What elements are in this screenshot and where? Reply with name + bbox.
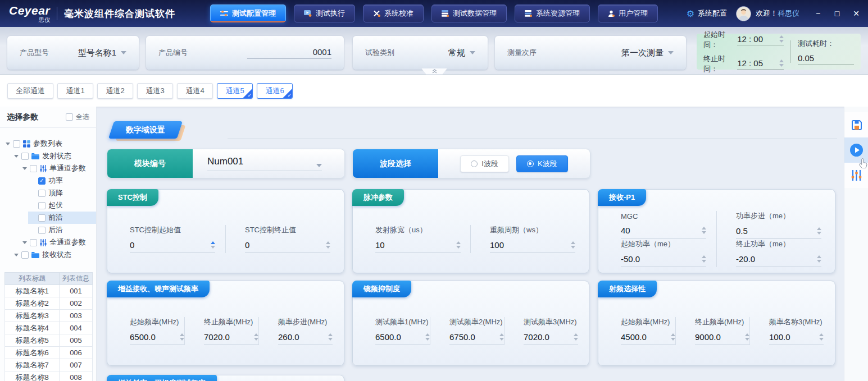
field-stepper[interactable] xyxy=(425,333,430,341)
avatar[interactable] xyxy=(736,6,751,21)
field-stepper[interactable] xyxy=(328,333,333,341)
field-input[interactable]: 6500.0 xyxy=(375,332,430,345)
field-input[interactable]: 0.5 xyxy=(736,226,821,239)
field-input[interactable]: 0 xyxy=(245,240,330,253)
tree-expander-icon[interactable] xyxy=(14,155,19,158)
tree-checkbox[interactable] xyxy=(21,251,29,259)
channel-tab-1[interactable]: 通道1✓ xyxy=(57,83,93,99)
product-number-input[interactable]: 0001 xyxy=(247,47,331,59)
tree-item-2[interactable]: 单通道参数 xyxy=(0,162,96,175)
end-time-stepper[interactable] xyxy=(779,59,784,67)
field-stepper[interactable] xyxy=(326,241,330,249)
tree-checkbox[interactable] xyxy=(21,153,29,160)
band-option-0[interactable]: I波段 xyxy=(460,155,509,172)
run-button[interactable] xyxy=(844,137,868,163)
field-stepper[interactable] xyxy=(817,255,821,263)
tree-checkbox[interactable] xyxy=(38,214,46,222)
tree-item-3[interactable]: ✓功率 xyxy=(0,175,96,187)
tree-checkbox[interactable]: ✓ xyxy=(38,177,46,185)
tree-checkbox[interactable] xyxy=(13,140,20,148)
save-button[interactable] xyxy=(844,112,868,137)
tree-item-7[interactable]: 后沿 xyxy=(0,224,96,236)
tree-item-1[interactable]: 发射状态 xyxy=(0,150,96,162)
field-stepper[interactable] xyxy=(211,241,215,249)
tree-checkbox[interactable] xyxy=(30,239,37,246)
field-input[interactable]: -20.0 xyxy=(736,254,821,267)
start-time-value[interactable]: 12 : 00 xyxy=(737,34,763,44)
field-input[interactable]: 40 xyxy=(621,226,706,238)
field-input[interactable]: 6750.0 xyxy=(449,332,504,345)
module-number-select[interactable]: Num001 xyxy=(207,156,322,171)
field-input[interactable]: 7020.0 xyxy=(524,332,578,345)
table-row[interactable]: 标题名称5005 xyxy=(5,334,93,347)
field-stepper[interactable] xyxy=(499,333,504,341)
channel-tab-6[interactable]: 通道6✓ xyxy=(257,83,293,99)
field-stepper[interactable] xyxy=(671,333,675,341)
end-time-value[interactable]: 12 : 05 xyxy=(737,58,763,68)
tree-checkbox[interactable] xyxy=(38,227,46,234)
select-all-checkbox[interactable]: 全选 xyxy=(66,112,89,122)
field-input[interactable]: -50.0 xyxy=(621,254,706,267)
tree-item-5[interactable]: 起伏 xyxy=(0,199,96,212)
tree-item-0[interactable]: 参数列表 xyxy=(0,137,96,150)
tree-item-8[interactable]: 全通道参数 xyxy=(0,236,96,249)
nav-tab-3[interactable]: 测试数据管理 xyxy=(431,4,507,22)
field-input[interactable]: 100.0 xyxy=(769,332,824,345)
field-stepper[interactable] xyxy=(745,333,749,341)
field-stepper[interactable] xyxy=(254,333,258,341)
tree-expander-icon[interactable] xyxy=(22,241,27,244)
system-config-button[interactable]: ⚙ 系统配置 xyxy=(687,8,727,19)
nav-tab-4[interactable]: 系统资源管理 xyxy=(515,4,590,22)
field-stepper[interactable] xyxy=(456,241,461,249)
tree-checkbox[interactable] xyxy=(30,165,37,172)
tree-expander-icon[interactable] xyxy=(6,143,10,145)
table-row[interactable]: 标题名称8008 xyxy=(5,371,93,381)
field-input[interactable]: 100 xyxy=(490,240,575,253)
field-stepper[interactable] xyxy=(819,333,824,341)
field-input[interactable]: 0 xyxy=(130,240,215,253)
field-stepper[interactable] xyxy=(817,227,821,235)
nav-tab-2[interactable]: 系统校准 xyxy=(363,4,424,22)
nav-tab-0[interactable]: 测试配置管理 xyxy=(210,4,286,22)
field-stepper[interactable] xyxy=(574,333,578,341)
band-option-1[interactable]: K波段 xyxy=(516,155,568,172)
tree-item-9[interactable]: 接收状态 xyxy=(0,249,96,261)
channel-tab-0[interactable]: 全部通道✓ xyxy=(7,83,53,99)
collapse-filters-button[interactable] xyxy=(421,68,447,75)
channel-tab-5[interactable]: 通道5✓ xyxy=(217,83,253,99)
channel-tab-2[interactable]: 通道2✓ xyxy=(97,83,133,99)
nav-tab-5[interactable]: 用户管理 xyxy=(598,4,658,22)
start-time-stepper[interactable] xyxy=(779,35,784,43)
field-stepper[interactable] xyxy=(571,241,575,249)
tree-checkbox[interactable] xyxy=(38,202,46,209)
field-stepper[interactable] xyxy=(702,227,706,234)
test-category-select[interactable]: 常规 xyxy=(448,48,475,58)
tree-item-4[interactable]: 顶降 xyxy=(0,187,96,199)
close-button[interactable]: ✕ xyxy=(852,9,860,18)
measure-order-select[interactable]: 第一次测量 xyxy=(621,48,674,58)
table-row[interactable]: 标题名称6006 xyxy=(5,347,93,359)
tree-item-6[interactable]: 前沿 xyxy=(0,212,96,224)
tree-expander-icon[interactable] xyxy=(22,167,27,170)
table-row[interactable]: 标题名称7007 xyxy=(5,359,93,371)
field-input[interactable]: 6500.0 xyxy=(130,332,184,345)
field-stepper[interactable] xyxy=(180,333,184,341)
minimize-button[interactable]: − xyxy=(814,9,822,18)
channel-tab-4[interactable]: 通道4✓ xyxy=(177,83,213,99)
table-row[interactable]: 标题名称3003 xyxy=(5,310,93,322)
table-row[interactable]: 标题名称1001 xyxy=(5,285,93,297)
field-input[interactable]: 4500.0 xyxy=(621,332,675,345)
field-input[interactable]: 9000.0 xyxy=(695,332,749,345)
field-input[interactable]: 7020.0 xyxy=(204,332,258,345)
tree-expander-icon[interactable] xyxy=(14,254,19,256)
product-model-select[interactable]: 型号名称1 xyxy=(78,48,126,58)
field-input[interactable]: 260.0 xyxy=(278,332,333,345)
channel-tab-3[interactable]: 通道3✓ xyxy=(137,83,173,99)
tree-checkbox[interactable] xyxy=(38,190,46,197)
nav-tab-1[interactable]: 测试执行 xyxy=(294,4,355,22)
field-input[interactable]: 10 xyxy=(375,240,461,253)
table-row[interactable]: 标题名称2002 xyxy=(5,297,93,310)
table-row[interactable]: 标题名称4004 xyxy=(5,322,93,334)
field-stepper[interactable] xyxy=(702,255,706,263)
maximize-button[interactable]: □ xyxy=(833,9,841,18)
